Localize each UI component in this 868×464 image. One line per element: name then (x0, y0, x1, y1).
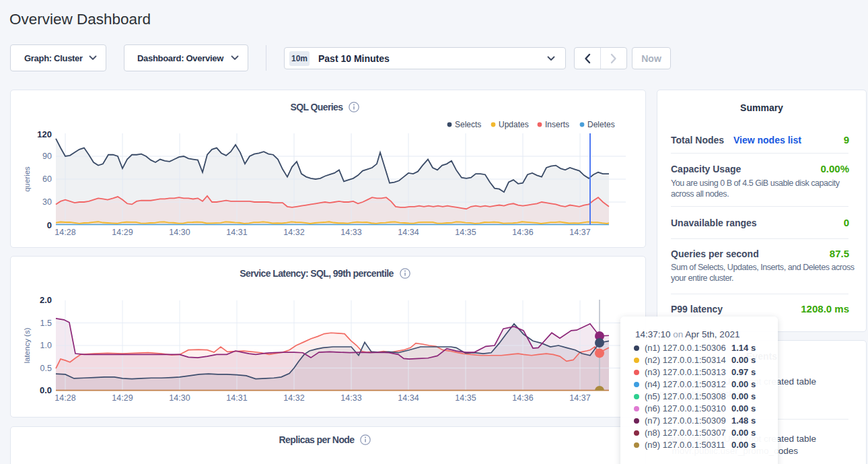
svg-text:14:29: 14:29 (112, 228, 133, 237)
svg-text:14:34: 14:34 (398, 393, 419, 403)
svg-text:14:34: 14:34 (398, 228, 419, 237)
svg-text:14:37: 14:37 (569, 393, 590, 403)
svg-text:14:36: 14:36 (512, 393, 533, 403)
svg-text:0.0: 0.0 (40, 385, 52, 395)
svg-text:14:33: 14:33 (340, 228, 361, 237)
svg-text:14:36: 14:36 (512, 228, 533, 237)
svg-text:14:35: 14:35 (455, 393, 476, 403)
svg-text:latency (s): latency (s) (23, 327, 31, 363)
svg-text:Selects: Selects (455, 120, 481, 129)
svg-text:14:30: 14:30 (169, 393, 190, 403)
svg-text:14:31: 14:31 (226, 228, 247, 237)
svg-text:14:29: 14:29 (112, 393, 133, 403)
svg-text:2.0: 2.0 (40, 295, 52, 305)
svg-text:14:37: 14:37 (569, 228, 590, 237)
svg-text:Inserts: Inserts (545, 120, 569, 129)
svg-text:120: 120 (37, 129, 52, 139)
svg-text:60: 60 (42, 174, 52, 184)
svg-text:14:32: 14:32 (283, 393, 304, 403)
svg-text:14:28: 14:28 (55, 228, 75, 237)
svg-text:0.5: 0.5 (40, 364, 52, 373)
svg-text:14:33: 14:33 (340, 393, 361, 403)
svg-text:90: 90 (42, 152, 52, 161)
svg-text:Updates: Updates (499, 120, 529, 129)
svg-text:queries: queries (23, 166, 31, 192)
svg-text:14:35: 14:35 (455, 228, 476, 237)
svg-text:0: 0 (47, 220, 52, 230)
svg-text:14:31: 14:31 (226, 393, 247, 403)
svg-text:1.0: 1.0 (40, 341, 52, 350)
svg-text:1.5: 1.5 (40, 319, 52, 328)
svg-text:14:32: 14:32 (283, 228, 304, 237)
svg-text:14:30: 14:30 (169, 228, 190, 237)
svg-text:Deletes: Deletes (587, 120, 615, 129)
svg-text:14:28: 14:28 (55, 393, 75, 403)
svg-text:30: 30 (42, 197, 52, 207)
